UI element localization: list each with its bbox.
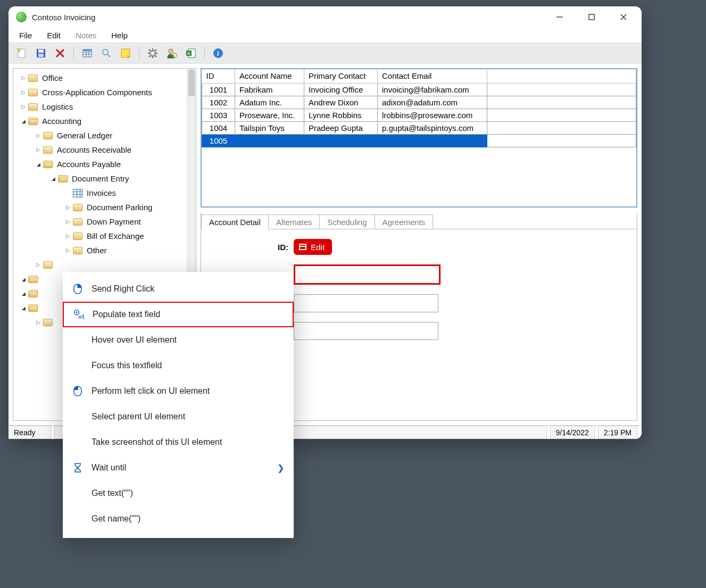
context-menu-item[interactable]: Hover over UI element xyxy=(63,327,294,353)
tree-item[interactable]: ▷Office xyxy=(13,71,187,85)
grid-header-contact[interactable]: Primary Contact xyxy=(304,69,378,83)
chevron-right-icon[interactable]: ▷ xyxy=(64,247,72,254)
chevron-right-icon[interactable]: ▷ xyxy=(35,132,42,139)
table-row[interactable]: 1003Proseware, Inc.Lynne Robbinslrobbins… xyxy=(202,109,636,121)
menu-file[interactable]: File xyxy=(13,30,38,41)
grid-header-email[interactable]: Contact Email xyxy=(378,69,487,83)
chevron-right-icon[interactable]: ▷ xyxy=(35,261,42,269)
tree-item[interactable]: ▷Bill of Exchange xyxy=(13,229,187,243)
menu-help[interactable]: Help xyxy=(105,30,134,41)
context-menu-item[interactable]: Perform left click on UI element xyxy=(63,378,294,404)
context-menu-item[interactable]: Wait until❯ xyxy=(63,455,294,481)
data-grid[interactable]: ID Account Name Primary Contact Contact … xyxy=(201,68,637,208)
tree-item[interactable]: ◢Accounting xyxy=(13,114,187,128)
tree-item[interactable]: ◢Document Entry xyxy=(13,171,187,186)
chevron-down-icon[interactable]: ◢ xyxy=(35,161,42,168)
id-input[interactable] xyxy=(294,264,441,285)
table-cell[interactable]: 1005 xyxy=(202,134,235,147)
tree-item[interactable]: ▷Document Parking xyxy=(13,200,187,214)
tree-item[interactable]: ▷Other xyxy=(13,243,187,258)
table-cell[interactable]: 1003 xyxy=(202,109,235,121)
table-cell[interactable]: Pradeep Gupta xyxy=(304,121,378,134)
tree-item[interactable]: ◢Accounts Payable xyxy=(13,157,187,171)
tab-account-detail[interactable]: Account Detail xyxy=(201,214,269,229)
tree-item[interactable]: ▷General Ledger xyxy=(13,128,187,143)
toolbar-delete[interactable] xyxy=(52,45,68,61)
toolbar-user[interactable] xyxy=(164,45,180,61)
table-cell[interactable]: 1001 xyxy=(202,83,235,96)
chevron-down-icon[interactable]: ◢ xyxy=(20,290,27,297)
context-menu-item[interactable]: Send Right Click xyxy=(63,276,294,302)
toolbar-grid[interactable] xyxy=(79,45,95,61)
chevron-right-icon[interactable]: ▷ xyxy=(64,233,72,240)
toolbar-info[interactable]: i xyxy=(210,45,226,61)
tree-item[interactable]: ▷Cross-Application Components xyxy=(13,85,187,100)
toolbar-save[interactable] xyxy=(33,45,49,61)
tree-item[interactable]: ▷Invoices xyxy=(13,186,187,200)
toolbar-settings[interactable] xyxy=(145,45,161,61)
table-cell[interactable]: 1004 xyxy=(202,121,235,134)
tree-item[interactable]: ▷ xyxy=(13,258,187,272)
table-cell[interactable]: lrobbins@proseware.com xyxy=(378,109,487,121)
contact-input[interactable] xyxy=(294,322,438,340)
chevron-down-icon[interactable]: ◢ xyxy=(20,276,27,283)
context-menu-item[interactable]: Focus this textfield xyxy=(63,353,294,378)
minimize-button[interactable] xyxy=(544,6,576,28)
menu-edit[interactable]: Edit xyxy=(40,30,67,41)
table-cell[interactable]: invoicing@fabrikam.com xyxy=(378,83,487,96)
table-cell[interactable] xyxy=(235,134,304,147)
toolbar-note[interactable] xyxy=(118,45,134,61)
tree-item[interactable]: ▷Down Payment xyxy=(13,214,187,229)
chevron-right-icon[interactable]: ▷ xyxy=(64,204,72,211)
menu-notes[interactable]: Notes xyxy=(69,30,103,41)
grid-header-id[interactable]: ID xyxy=(202,69,235,83)
context-menu-item[interactable]: A字Populate text field xyxy=(63,302,294,327)
table-cell[interactable]: p.gupta@tailspintoys.com xyxy=(378,121,487,134)
chevron-down-icon[interactable]: ◢ xyxy=(49,175,57,183)
close-button[interactable] xyxy=(608,6,639,28)
chevron-down-icon[interactable]: ◢ xyxy=(20,118,27,125)
gear-icon xyxy=(147,47,159,59)
toolbar-search[interactable] xyxy=(98,45,114,61)
context-menu-item[interactable]: Select parent UI element xyxy=(63,404,294,429)
table-cell[interactable]: Tailspin Toys xyxy=(235,121,304,134)
grid-header-name[interactable]: Account Name xyxy=(235,69,304,83)
table-row[interactable]: 1004Tailspin ToysPradeep Guptap.gupta@ta… xyxy=(202,121,636,134)
table-row[interactable]: 1001FabrikamInvoicing Officeinvoicing@fa… xyxy=(202,83,636,96)
chevron-right-icon[interactable]: ▷ xyxy=(20,103,27,111)
table-cell[interactable]: Proseware, Inc. xyxy=(235,109,304,121)
table-cell[interactable]: Adatum Inc. xyxy=(235,96,304,109)
table-row[interactable]: 1005 xyxy=(202,134,636,147)
table-cell[interactable] xyxy=(378,134,487,147)
tab-scheduling[interactable]: Scheduling xyxy=(319,214,375,229)
scrollbar-thumb[interactable] xyxy=(188,70,195,96)
table-cell[interactable]: Fabrikam xyxy=(235,83,304,96)
chevron-right-icon[interactable]: ▷ xyxy=(64,218,72,226)
table-cell[interactable]: adixon@adatum.com xyxy=(378,96,487,109)
context-menu[interactable]: Send Right ClickA字Populate text fieldHov… xyxy=(63,272,294,538)
name-input[interactable] xyxy=(294,294,438,312)
tree-item[interactable]: ▷Accounts Receivable xyxy=(13,143,187,157)
edit-badge[interactable]: Edit xyxy=(294,239,332,255)
context-menu-item[interactable]: Take screenshot of this UI element xyxy=(63,429,294,455)
chevron-right-icon[interactable]: ▷ xyxy=(35,146,42,154)
tree-item[interactable]: ▷Logistics xyxy=(13,100,187,114)
table-cell[interactable] xyxy=(304,134,378,147)
toolbar-new[interactable] xyxy=(14,45,30,61)
table-row[interactable]: 1002Adatum Inc.Andrew Dixonadixon@adatum… xyxy=(202,96,636,109)
tab-agreements[interactable]: Agreements xyxy=(375,214,434,229)
context-menu-item[interactable]: Get text("") xyxy=(63,481,294,506)
table-cell[interactable]: Andrew Dixon xyxy=(304,96,378,109)
chevron-right-icon[interactable]: ▷ xyxy=(35,319,42,326)
folder-icon xyxy=(28,276,38,283)
maximize-button[interactable] xyxy=(576,6,608,28)
chevron-right-icon[interactable]: ▷ xyxy=(20,89,27,96)
table-cell[interactable]: Invoicing Office xyxy=(304,83,378,96)
toolbar-excel[interactable]: X xyxy=(183,45,199,61)
tab-alternates[interactable]: Alternates xyxy=(268,214,320,229)
chevron-right-icon[interactable]: ▷ xyxy=(20,74,27,82)
table-cell[interactable]: 1002 xyxy=(202,96,235,109)
table-cell[interactable]: Lynne Robbins xyxy=(304,109,378,121)
chevron-down-icon[interactable]: ◢ xyxy=(20,304,27,312)
context-menu-item[interactable]: Get name("") xyxy=(63,506,294,532)
